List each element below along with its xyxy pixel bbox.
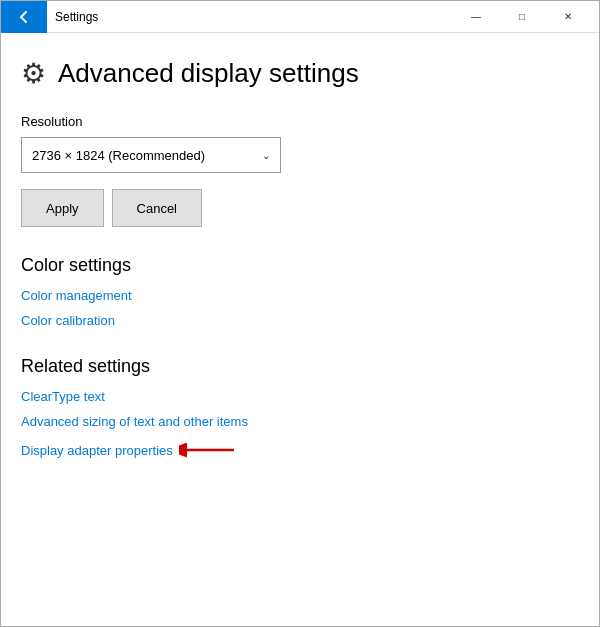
- cleartype-text-link[interactable]: ClearType text: [21, 389, 579, 404]
- apply-button[interactable]: Apply: [21, 189, 104, 227]
- resolution-section: Resolution 2736 × 1824 (Recommended) ⌄: [21, 114, 579, 173]
- page-title: Advanced display settings: [58, 58, 359, 89]
- color-calibration-link[interactable]: Color calibration: [21, 313, 579, 328]
- maximize-button[interactable]: □: [499, 1, 545, 33]
- page-header: ⚙ Advanced display settings: [21, 57, 579, 90]
- resolution-label: Resolution: [21, 114, 579, 129]
- close-button[interactable]: ✕: [545, 1, 591, 33]
- related-settings-section: Related settings ClearType text Advanced…: [21, 356, 579, 461]
- resolution-value: 2736 × 1824 (Recommended): [32, 148, 205, 163]
- advanced-sizing-link[interactable]: Advanced sizing of text and other items: [21, 414, 579, 429]
- title-bar: Settings — □ ✕: [1, 1, 599, 33]
- chevron-down-icon: ⌄: [262, 150, 270, 161]
- back-icon: [18, 11, 30, 23]
- display-adapter-wrapper: Display adapter properties: [21, 439, 579, 461]
- minimize-button[interactable]: —: [453, 1, 499, 33]
- window-title: Settings: [55, 10, 453, 24]
- page-content: ⚙ Advanced display settings Resolution 2…: [1, 33, 599, 626]
- related-settings-heading: Related settings: [21, 356, 579, 377]
- color-management-link[interactable]: Color management: [21, 288, 579, 303]
- color-settings-section: Color settings Color management Color ca…: [21, 255, 579, 328]
- back-button[interactable]: [1, 1, 47, 33]
- display-adapter-link[interactable]: Display adapter properties: [21, 443, 173, 458]
- window-controls: — □ ✕: [453, 1, 591, 33]
- resolution-dropdown[interactable]: 2736 × 1824 (Recommended) ⌄: [21, 137, 281, 173]
- action-buttons: Apply Cancel: [21, 189, 579, 227]
- color-settings-heading: Color settings: [21, 255, 579, 276]
- settings-window: Settings — □ ✕ ⚙ Advanced display settin…: [0, 0, 600, 627]
- settings-icon: ⚙: [21, 57, 46, 90]
- cancel-button[interactable]: Cancel: [112, 189, 202, 227]
- red-arrow-icon: [179, 439, 239, 461]
